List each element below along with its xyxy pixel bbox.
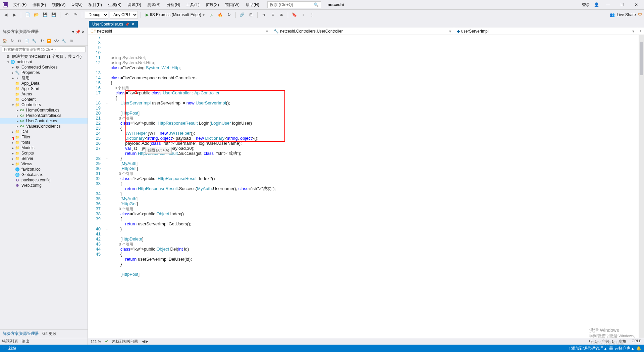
solution-search-input[interactable] (2, 46, 86, 52)
save-button[interactable]: 💾 (41, 11, 49, 18)
collapse-button[interactable]: ⊟ (16, 37, 23, 44)
bc-class[interactable]: 🔧netceshi.Controllers.UserController▾ (271, 28, 454, 35)
tree-解决方案 'netceshi' (1 个项目，共 1 个)[interactable]: ⧉解决方案 'netceshi' (1 个项目，共 1 个) (0, 54, 88, 59)
minimize-button[interactable]: — (603, 1, 613, 8)
hot-reload-button[interactable]: 🔥 (217, 11, 224, 18)
new-project-button[interactable]: 📄 (24, 11, 31, 18)
tab-close-button[interactable]: ✕ (131, 22, 135, 27)
login-link[interactable]: 登录 (582, 2, 590, 8)
tree-UserController.cs[interactable]: ▸C#UserController.cs (0, 118, 88, 124)
tree-Properties[interactable]: ▸🔧Properties (0, 70, 88, 75)
tree-Global.asax[interactable]: 🌐Global.asax (0, 172, 88, 177)
menu-工具(T)[interactable]: 工具(T) (183, 1, 202, 9)
tab-output[interactable]: 输出 (21, 339, 30, 344)
menu-编辑(E)[interactable]: 编辑(E) (30, 1, 49, 9)
menu-视图(V)[interactable]: 视图(V) (49, 1, 68, 9)
tb-misc2[interactable]: ↕ (300, 11, 307, 18)
scope-button[interactable]: ⊞ (68, 37, 74, 44)
tree-PersonController.cs[interactable]: ▸C#PersonController.cs (0, 113, 88, 118)
tab-solution[interactable]: 解决方案资源管理器 (3, 331, 39, 337)
tree-Models[interactable]: ▸📁Models (0, 145, 88, 150)
tree-HomeController.cs[interactable]: ▸C#HomeController.cs (0, 107, 88, 113)
bc-project[interactable]: C#netceshi▾ (88, 28, 271, 35)
global-search[interactable]: 🔍 (267, 1, 321, 8)
bc-member[interactable]: ◆userServerImpl▾ (454, 28, 637, 35)
menu-项目(P)[interactable]: 项目(P) (86, 1, 105, 9)
issues-dd[interactable]: ◀ ▶ (142, 339, 148, 344)
nav-back-button[interactable]: ◀ (2, 11, 9, 18)
issues-text[interactable]: 未找到相关问题 (112, 339, 138, 344)
tb-misc3[interactable]: ⋮ (308, 11, 316, 18)
tb-misc1[interactable]: ⊞ (247, 11, 255, 18)
menu-测试(S)[interactable]: 测试(S) (145, 1, 163, 9)
tree-Areas[interactable]: 📁Areas (0, 91, 88, 97)
tree-packages.config[interactable]: ⚙packages.config (0, 177, 88, 183)
open-button[interactable]: 📂 (33, 11, 40, 18)
preview-button[interactable]: 👁 (38, 37, 45, 44)
config-dropdown[interactable]: Debug (85, 11, 108, 18)
step-button[interactable]: ➜ (260, 11, 268, 18)
tree-App_Start[interactable]: 📁App_Start (0, 86, 88, 91)
show-all-button[interactable]: 📄 (23, 37, 30, 44)
menu-文件(F)[interactable]: 文件(F) (11, 1, 29, 9)
code-button[interactable]: </> (53, 37, 60, 44)
tree-ValuesController.cs[interactable]: ▸C#ValuesController.cs (0, 124, 88, 129)
admin-icon[interactable]: 🛡 (638, 12, 642, 17)
uncomment-button[interactable]: ≢ (278, 11, 285, 18)
sidebar-menu-icon[interactable]: ▾ 📌 ✕ (72, 30, 85, 34)
search-input[interactable] (270, 2, 314, 7)
menu-生成(B)[interactable]: 生成(B) (105, 1, 124, 9)
lineending[interactable]: CRLF (632, 339, 641, 344)
redo-button[interactable]: ↷ (72, 11, 79, 18)
maximize-button[interactable]: ☐ (617, 1, 627, 8)
save-all-button[interactable]: 💾 (50, 11, 57, 18)
code-area[interactable]: 7891011121314151617181920212223242526272… (88, 35, 644, 338)
tree-引用[interactable]: ▸▫引用 (0, 75, 88, 81)
scroll-thumb[interactable] (640, 42, 643, 75)
user-icon[interactable]: 👤 (594, 2, 599, 7)
repo-select[interactable]: ▦ 选择仓库 ▴ (609, 346, 634, 351)
menu-窗口(W)[interactable]: 窗口(W) (222, 1, 242, 9)
tree-Web.config[interactable]: ⚙Web.config (0, 183, 88, 188)
file-tab[interactable]: UserController.cs 📌 ✕ (89, 21, 138, 28)
scroll-minimap[interactable] (639, 35, 644, 338)
liveshare-link[interactable]: Live Share (617, 12, 636, 17)
tree-Connected Services[interactable]: ▸⚙Connected Services (0, 64, 88, 70)
col-pos[interactable]: 字符: 1 (602, 339, 613, 344)
pin-icon[interactable]: 📌 (125, 23, 129, 26)
zoom-level[interactable]: 121 % (91, 340, 101, 344)
nav-fwd-button[interactable]: ▶ (11, 11, 18, 18)
home-button[interactable]: 🏠 (1, 37, 8, 44)
run-button[interactable]: ▶IIS Express (Microsoft Edge)▾ (144, 12, 207, 18)
browser-link-button[interactable]: 🔗 (238, 11, 246, 18)
tree-Content[interactable]: 📁Content (0, 97, 88, 102)
filter-button[interactable]: 🔽 (46, 37, 52, 44)
start-noDebug-button[interactable]: ▷ (208, 11, 215, 18)
wrench-button[interactable]: 🔧 (60, 37, 67, 44)
tree-favicon.ico[interactable]: 🌐favicon.ico (0, 167, 88, 172)
tree-Scripts[interactable]: ▸📁Scripts (0, 150, 88, 156)
tree-Controllers[interactable]: ▾📁Controllers (0, 102, 88, 107)
tree-App_Data[interactable]: 📁App_Data (0, 81, 88, 86)
menu-Git(G)[interactable]: Git(G) (69, 1, 85, 9)
vcs-add[interactable]: ↑ 添加到源代码管理 ▴ (568, 346, 607, 351)
tree-netceshi[interactable]: ▾🌐netceshi (0, 59, 88, 64)
sync-button[interactable]: ↻ (9, 37, 15, 44)
menu-分析(N)[interactable]: 分析(N) (164, 1, 183, 9)
properties-button[interactable]: 🔧 (31, 37, 38, 44)
comment-button[interactable]: ≡ (269, 11, 276, 18)
split-button[interactable]: + (637, 28, 644, 35)
notification-icon[interactable]: 🔔 (636, 346, 641, 351)
menu-帮助(H)[interactable]: 帮助(H) (243, 1, 262, 9)
liveshare-icon[interactable]: 👥 (610, 12, 615, 17)
platform-dropdown[interactable]: Any CPU (110, 11, 138, 18)
tree-Views[interactable]: ▸📁Views (0, 161, 88, 167)
tree-DAL[interactable]: ▸📁DAL (0, 129, 88, 134)
sidebar-title[interactable]: 解决方案资源管理器 ▾ 📌 ✕ (0, 28, 88, 36)
undo-button[interactable]: ↶ (63, 11, 70, 18)
line-pos[interactable]: 行: 1 (589, 339, 597, 344)
menu-调试(D)[interactable]: 调试(D) (125, 1, 144, 9)
indent-mode[interactable]: 空格 (619, 339, 626, 344)
tab-git[interactable]: Git 更改 (42, 331, 57, 337)
bookmark-button[interactable]: 🔖 (291, 11, 298, 18)
